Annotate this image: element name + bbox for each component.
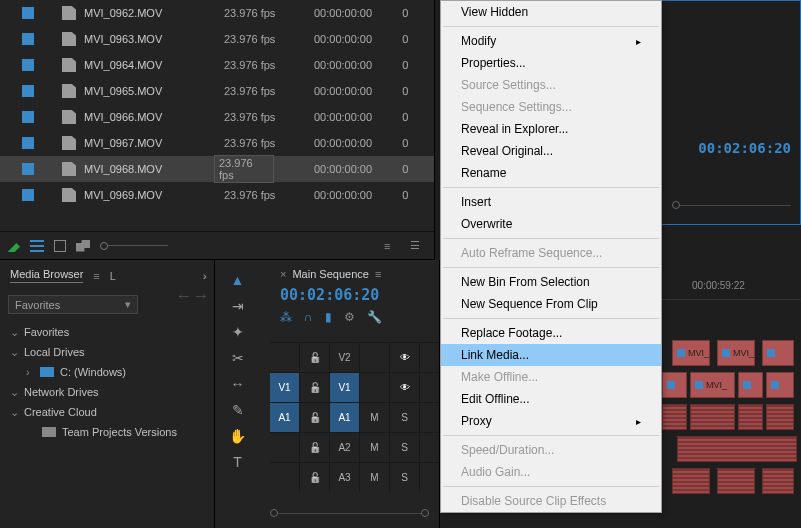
menu-item[interactable]: Rename	[441, 162, 661, 184]
expand-panel-icon[interactable]: ››	[203, 270, 204, 282]
mute-button[interactable]: M	[360, 433, 390, 462]
menu-item[interactable]: Properties...	[441, 52, 661, 74]
audio-clip[interactable]	[690, 404, 735, 430]
project-row[interactable]: MVI_0966.MOV23.976 fps00:00:00:000	[0, 104, 434, 130]
selection-tool-icon[interactable]: ▲	[230, 272, 246, 288]
video-clip[interactable]	[662, 372, 687, 398]
menu-item[interactable]: Proxy	[441, 410, 661, 432]
menu-item[interactable]: Link Media...	[441, 344, 661, 366]
label-color-chip[interactable]	[22, 85, 34, 97]
label-color-chip[interactable]	[22, 111, 34, 123]
video-clip[interactable]: MVI_	[717, 340, 755, 366]
razor-tool-icon[interactable]: ✂	[230, 350, 246, 366]
menu-item[interactable]: Insert	[441, 191, 661, 213]
menu-item[interactable]: View Hidden	[441, 1, 661, 23]
pen-tool-icon[interactable]: ✎	[230, 402, 246, 418]
video-clip[interactable]	[738, 372, 763, 398]
tree-c-drive[interactable]: ›C: (Windows)	[0, 362, 214, 382]
project-row[interactable]: MVI_0963.MOV23.976 fps00:00:00:000	[0, 26, 434, 52]
linked-selection-icon[interactable]: ∩	[304, 310, 313, 324]
back-icon[interactable]: 🡐	[178, 290, 189, 302]
video-clip[interactable]: MVI_	[690, 372, 735, 398]
mute-button[interactable]: M	[360, 463, 390, 492]
audio-clip[interactable]	[717, 468, 755, 494]
zoom-slider[interactable]	[100, 242, 374, 250]
audio-clip[interactable]	[672, 468, 710, 494]
sort-icon[interactable]: ≡	[384, 240, 400, 252]
audio-clip[interactable]	[762, 468, 794, 494]
favorites-dropdown[interactable]: Favorites▾	[8, 295, 138, 314]
project-row[interactable]: MVI_0964.MOV23.976 fps00:00:00:000	[0, 52, 434, 78]
freeform-view-icon[interactable]	[76, 240, 90, 252]
icon-view-icon[interactable]	[54, 240, 66, 252]
menu-item[interactable]: New Bin From Selection	[441, 271, 661, 293]
menu-item[interactable]: Replace Footage...	[441, 322, 661, 344]
lock-icon[interactable]	[300, 433, 330, 462]
snap-icon[interactable]: ⁂	[280, 310, 292, 324]
settings-icon[interactable]: ⚙	[344, 310, 355, 324]
menu-item[interactable]: Modify	[441, 30, 661, 52]
hand-tool-icon[interactable]: ✋	[230, 428, 246, 444]
tab-libraries[interactable]: L	[110, 270, 116, 282]
marker-icon[interactable]: ▮	[325, 310, 332, 324]
menu-item[interactable]: Edit Offline...	[441, 388, 661, 410]
track-target[interactable]: A1	[330, 403, 360, 432]
audio-clip[interactable]	[677, 436, 797, 462]
lock-icon[interactable]	[300, 403, 330, 432]
video-clip[interactable]	[762, 340, 794, 366]
slip-tool-icon[interactable]: ↔	[230, 376, 246, 392]
track-target[interactable]: A2	[330, 433, 360, 462]
label-color-chip[interactable]	[22, 189, 34, 201]
solo-button[interactable]: S	[390, 403, 420, 432]
menu-item[interactable]: Overwrite	[441, 213, 661, 235]
label-color-chip[interactable]	[22, 163, 34, 175]
tab-sequence[interactable]: ×Main Sequence≡	[280, 268, 429, 280]
sequence-timecode[interactable]: 00:02:06:20	[280, 286, 429, 304]
pencil-icon[interactable]	[8, 240, 20, 252]
tree-creative-cloud[interactable]: ⌄Creative Cloud	[0, 402, 214, 422]
menu-item[interactable]: Reveal Original...	[441, 140, 661, 162]
video-clip[interactable]	[766, 372, 794, 398]
mute-button[interactable]: M	[360, 403, 390, 432]
ripple-edit-tool-icon[interactable]: ✦	[230, 324, 246, 340]
tab-media-browser[interactable]: Media Browser	[10, 268, 83, 283]
solo-button[interactable]: S	[390, 463, 420, 492]
solo-button[interactable]: S	[390, 433, 420, 462]
track-select-tool-icon[interactable]: ⇥	[230, 298, 246, 314]
menu-item[interactable]: Reveal in Explorer...	[441, 118, 661, 140]
label-color-chip[interactable]	[22, 33, 34, 45]
track-target[interactable]: V1	[330, 373, 360, 402]
lock-icon[interactable]	[300, 463, 330, 492]
eye-icon[interactable]	[390, 373, 420, 402]
wrench-icon[interactable]: 🔧	[367, 310, 382, 324]
track-label[interactable]: V2	[330, 343, 360, 372]
time-ruler[interactable]: 00:00:59:22	[662, 260, 801, 300]
project-row[interactable]: MVI_0969.MOV23.976 fps00:00:00:000	[0, 182, 434, 208]
lock-icon[interactable]	[300, 373, 330, 402]
timeline-zoom-scroll[interactable]	[270, 508, 429, 518]
audio-clip[interactable]	[662, 404, 687, 430]
label-color-chip[interactable]	[22, 137, 34, 149]
audio-clip[interactable]	[738, 404, 763, 430]
source-patch[interactable]: V1	[270, 373, 300, 402]
tree-network-drives[interactable]: ⌄Network Drives	[0, 382, 214, 402]
source-patch[interactable]: A1	[270, 403, 300, 432]
video-clip[interactable]: MVI_	[672, 340, 710, 366]
project-row[interactable]: MVI_0962.MOV23.976 fps00:00:00:000	[0, 0, 434, 26]
tab-menu-icon[interactable]: ≡	[93, 270, 99, 282]
label-color-chip[interactable]	[22, 7, 34, 19]
panel-menu-icon[interactable]: ☰	[410, 239, 426, 252]
track-target[interactable]: A3	[330, 463, 360, 492]
menu-item[interactable]: New Sequence From Clip	[441, 293, 661, 315]
project-row[interactable]: MVI_0967.MOV23.976 fps00:00:00:000	[0, 130, 434, 156]
list-view-icon[interactable]	[30, 240, 44, 252]
type-tool-icon[interactable]: T	[230, 454, 246, 470]
project-row[interactable]: MVI_0965.MOV23.976 fps00:00:00:000	[0, 78, 434, 104]
tree-favorites[interactable]: ⌄Favorites	[0, 322, 214, 342]
lock-icon[interactable]	[300, 343, 330, 372]
label-color-chip[interactable]	[22, 59, 34, 71]
project-row[interactable]: MVI_0968.MOV23.976 fps00:00:00:000	[0, 156, 434, 182]
eye-icon[interactable]	[390, 343, 420, 372]
tree-team-projects[interactable]: Team Projects Versions	[0, 422, 214, 442]
forward-icon[interactable]: 🡒	[195, 290, 206, 302]
